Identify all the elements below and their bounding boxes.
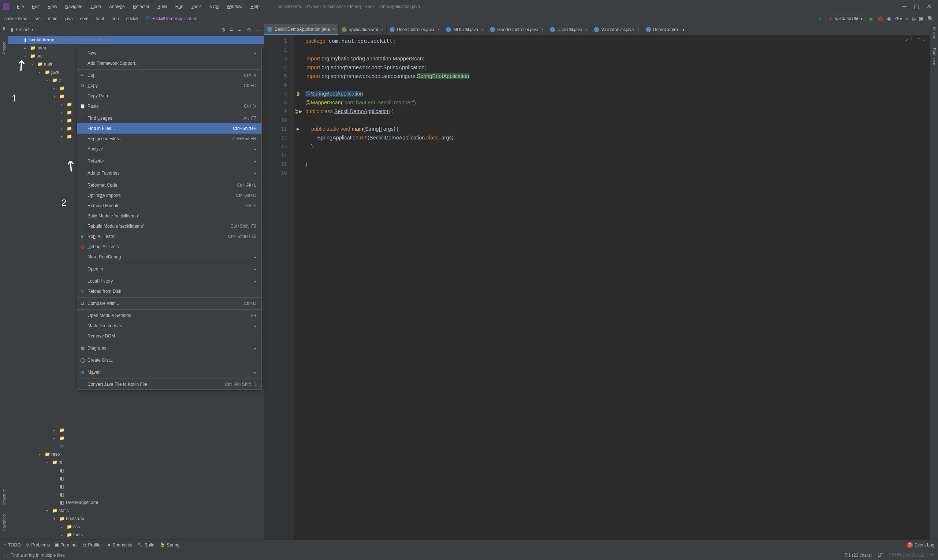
ctx-local-history[interactable]: Local History▸ [77,276,262,286]
tree-collapsed-9[interactable]: ▸📁 [8,434,264,442]
ctx-remove-bom[interactable]: Remove BOM [77,331,262,341]
ctx-find-in-files[interactable]: Find in Files...Ctrl+Shift+F [77,123,262,134]
ctx-copy-path[interactable]: Copy Path... [77,91,262,101]
tab-userutil[interactable]: UserUtil.java× [547,24,591,35]
chevron-down-icon[interactable]: ▾ [682,27,685,32]
ctx-maven[interactable]: mMaven▸ [77,367,262,377]
expand-icon[interactable]: ≡ [230,27,233,32]
collapse-icon[interactable]: ⫠ [237,27,242,32]
ctx-create-gist[interactable]: ◯Create Gist... [77,355,262,365]
tab-md5util[interactable]: MD5Util.java× [443,24,487,35]
menu-tools[interactable]: Tools [188,3,205,11]
tab-seckilldemoapplication[interactable]: SeckillDemoApplication.java× [264,24,339,35]
ctx-run-tests[interactable]: ▶Run 'All Tests'Ctrl+Shift+F10 [77,231,262,242]
tree-root[interactable]: ▾▮ seckilldemo D:\JavaProjects\seckillde… [8,36,264,44]
close-icon[interactable]: × [585,27,588,32]
run-config-selector[interactable]: ⊘ ValidatorUtil ▾ [826,15,866,22]
ctx-add-framework[interactable]: Add Framework Support... [77,58,262,68]
close-icon[interactable]: × [481,27,484,32]
menu-analyze[interactable]: Analyze [105,3,128,11]
menu-help[interactable]: Help [247,3,263,11]
crumb-main[interactable]: main [48,16,57,21]
menu-build[interactable]: Build [154,3,171,11]
tool-endpoints[interactable]: ⚭Endpoints [107,542,132,548]
editor-inspections[interactable]: ✓ 2 ⌃ ⌄ [906,37,926,43]
tab-applicationyml[interactable]: application.yml× [339,24,387,35]
tree-bootstrap[interactable]: ▾📁bootstrap [8,515,264,523]
tool-problems[interactable]: ⊘Problems [26,542,50,548]
tree-fonts[interactable]: ▸📁fonts [8,531,264,539]
menu-file[interactable]: File [13,3,28,11]
git-icon[interactable]: ⎙ [912,16,915,22]
code-content[interactable]: package com.haut.edu.seckill; import org… [302,35,930,540]
ctx-open-in[interactable]: Open In▸ [77,264,262,274]
tool-database[interactable]: Database [932,46,936,67]
tool-project[interactable]: Project [2,40,6,55]
tool-maven[interactable]: Maven [932,26,936,41]
crumb-edu[interactable]: edu [112,16,119,21]
menu-code[interactable]: Code [87,3,105,11]
settings-icon[interactable]: ⚙ [247,27,251,32]
close-icon[interactable]: ✕ [927,3,932,10]
run-icon[interactable]: ▶ [870,16,873,22]
ctx-build-module[interactable]: Build Module 'seckilldemo' [77,211,262,221]
tree-css[interactable]: ▸📁css [8,523,264,531]
folder-icon[interactable]: ▮ [3,26,5,31]
ctx-refactor[interactable]: Refactor▸ [77,156,262,166]
tool-spring[interactable]: 🍃Spring [160,542,180,548]
tree-user-mapper[interactable]: ◧UserMapper.xml [8,498,264,506]
menu-edit[interactable]: Edit [28,3,43,11]
tree-resources[interactable]: ▾📁reso [8,450,264,458]
tree-collapsed-10[interactable]: ⓒ [8,442,264,450]
ctx-reload-disk[interactable]: ⟳Reload from Disk [77,286,262,297]
tool-profiler[interactable]: ◔Profiler [83,542,102,548]
ctx-mark-directory[interactable]: Mark Directory as▸ [77,321,262,331]
minimize-icon[interactable]: ─ [903,3,907,10]
tool-structure[interactable]: Structure [2,488,6,507]
ctx-replace-in-files[interactable]: Replace in Files...Ctrl+Shift+R [77,134,262,144]
ctx-new[interactable]: New▸ [77,48,262,58]
locate-icon[interactable]: ⊕ [221,27,225,32]
ctx-add-favorites[interactable]: Add to Favorites▸ [77,168,262,178]
tool-build[interactable]: 🔨Build [137,542,154,548]
coverage-icon[interactable]: ◉ [887,16,892,22]
tool-todo[interactable]: ≡TODO [4,542,20,548]
ctx-optimize[interactable]: Optimize ImportsCtrl+Alt+O [77,190,262,201]
crumb-java[interactable]: java [65,16,73,21]
tree-seckill-goods[interactable]: ◧ [8,482,264,491]
crumb-project[interactable]: seckilldemo [5,16,28,21]
crumb-com[interactable]: com [80,16,89,21]
tool-event-log[interactable]: 2 Event Log [907,542,934,548]
ctx-analyze[interactable]: Analyze▸ [77,144,262,154]
stop-icon[interactable]: ■ [906,16,909,22]
ctx-reformat[interactable]: Reformat CodeCtrl+Alt+L [77,180,262,190]
crumb-haut[interactable]: haut [95,16,104,21]
menu-view[interactable]: View [44,3,61,11]
debug-icon[interactable]: 🐞 [877,16,883,22]
status-line-sep[interactable]: LF [878,553,883,558]
crumb-src[interactable]: src [35,16,41,21]
tool-terminal[interactable]: ▣Terminal [55,542,77,548]
quick-list-icon[interactable]: ▢ [4,553,8,558]
ctx-open-module-settings[interactable]: Open Module SettingsF4 [77,311,262,321]
tree-seckill-order[interactable]: ◧ [8,491,264,498]
tree-static[interactable]: ▾📁static [8,506,264,515]
tree-order-mapper[interactable]: ◧ [8,474,264,482]
menu-run[interactable]: Run [172,3,187,11]
tree-collapsed-8[interactable]: ▸📁 [8,426,264,434]
profiler-icon[interactable]: ⟳▾ [895,16,902,22]
tree-mapper[interactable]: ▾📁m [8,458,264,466]
tab-validatorutil[interactable]: ValidatorUtil.java× [591,24,642,35]
panel-title[interactable]: ▮ Project ▾ [11,27,33,32]
tree-goods-mapper[interactable]: ◧ [8,466,264,474]
close-icon[interactable]: × [637,27,639,32]
hide-icon[interactable]: — [256,27,261,32]
search-icon[interactable]: 🔍 [927,16,933,22]
close-icon[interactable]: × [381,27,384,32]
ctx-paste[interactable]: 📋PasteCtrl+V [77,101,262,111]
status-position[interactable]: 7:1 (22 chars) [845,553,872,558]
ctx-find-usages[interactable]: Find UsagesAlt+F7 [77,113,262,123]
ctx-convert-kotlin[interactable]: Convert Java File to Kotlin FileCtrl+Alt… [77,379,262,389]
ctx-diagrams[interactable]: ▦Diagrams▸ [77,343,262,353]
crumb-class[interactable]: SeckillDemoApplication [151,16,197,21]
